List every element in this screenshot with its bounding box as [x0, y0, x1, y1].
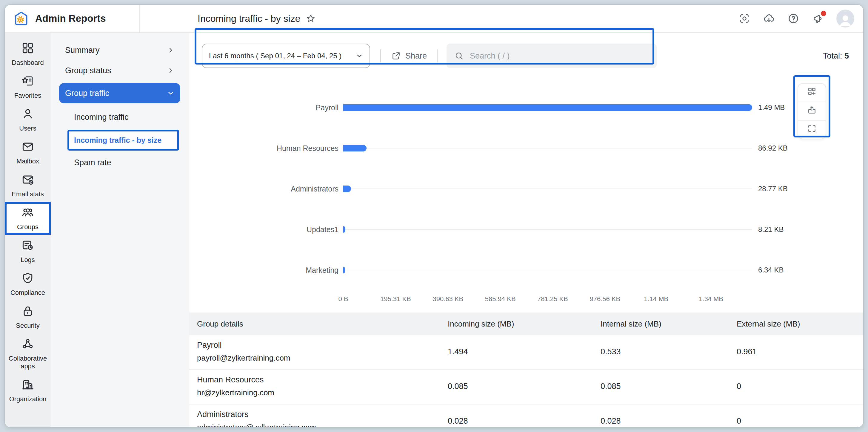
collaborative-apps-icon: [21, 337, 34, 353]
divider: [437, 49, 438, 62]
chart-bar-track: [343, 104, 752, 111]
rail-item-compliance[interactable]: Compliance: [5, 268, 51, 300]
security-icon: [21, 305, 34, 320]
chevron-right-icon: [167, 67, 174, 74]
filter-row: Last 6 months ( Sep 01, 24 – Feb 04, 25 …: [189, 33, 863, 68]
nav-item-group-traffic[interactable]: Group traffic: [59, 83, 180, 104]
page-title: Incoming traffic - by size: [197, 13, 300, 24]
star-outline-icon[interactable]: [306, 13, 316, 24]
chart-value-label: 1.49 MB: [758, 104, 785, 112]
users-icon: [21, 107, 34, 123]
organization-icon: [21, 378, 34, 394]
topbar-actions: [739, 9, 863, 28]
chart-x-axis: 0 B195.31 KB390.63 KB585.94 KB781.25 KB9…: [343, 295, 752, 306]
nav-item-group-status[interactable]: Group status: [59, 60, 180, 81]
rail-item-email-stats[interactable]: Email stats: [5, 169, 51, 202]
rail-item-security[interactable]: Security: [5, 300, 51, 334]
internal-size-cell: 0.085: [600, 382, 737, 391]
nav-item-label: Spam rate: [74, 158, 111, 167]
chart-toolbar: [798, 83, 826, 139]
share-button[interactable]: Share: [391, 51, 427, 61]
share-label: Share: [405, 51, 427, 61]
announcements-icon[interactable]: [812, 12, 824, 25]
rail-item-mailbox[interactable]: Mailbox: [5, 136, 51, 169]
nav-item-incoming-traffic-by-size[interactable]: Incoming traffic - by size: [67, 129, 179, 150]
add-widget-icon: [807, 86, 817, 99]
chart-category-label: Administrators: [189, 184, 339, 193]
user-avatar[interactable]: [836, 9, 854, 28]
module-rail: Dashboard Favorites Users Mailbox Email …: [5, 33, 51, 427]
rail-item-logs[interactable]: Logs: [5, 235, 51, 268]
table-body: Payroll payroll@zylkertraining.com 1.494…: [189, 335, 863, 427]
screenshot-icon[interactable]: [739, 12, 750, 25]
table-header-cell: Incoming size (MB): [448, 319, 600, 328]
fullscreen-button[interactable]: [798, 121, 826, 139]
nav-item-summary[interactable]: Summary: [59, 40, 180, 60]
divider: [380, 49, 381, 62]
rail-item-label: Mailbox: [17, 157, 39, 165]
x-axis-tick: 195.31 KB: [380, 295, 411, 303]
nav-item-incoming-traffic[interactable]: Incoming traffic: [59, 106, 180, 128]
chart-category-label: Payroll: [189, 104, 339, 112]
incoming-size-cell: 0.085: [448, 382, 600, 391]
internal-size-cell: 0.533: [600, 347, 737, 356]
rail-item-users[interactable]: Users: [5, 104, 51, 136]
chart-row-human-resources: Human Resources 86.92 KB: [189, 128, 863, 169]
logs-icon: [21, 239, 34, 254]
chart-bar: [343, 145, 367, 151]
chart-bar-track: [343, 226, 752, 233]
compliance-icon: [21, 271, 34, 287]
export-button[interactable]: [798, 102, 826, 121]
chart-value-label: 86.92 KB: [758, 144, 788, 152]
total-count: Total: 5: [823, 51, 849, 61]
table-header-cell: Group details: [189, 319, 448, 328]
favorites-icon: [21, 75, 34, 90]
external-size-cell: 0: [737, 382, 863, 391]
group-details-cell: Administrators administrators@zylkertrai…: [189, 410, 448, 427]
topbar: Admin Reports Incoming traffic - by size: [5, 5, 863, 33]
table-row-administrators[interactable]: Administrators administrators@zylkertrai…: [189, 404, 863, 427]
group-details-cell: Human Resources hr@zylkertraining.com: [189, 375, 448, 397]
nav-item-label: Group traffic: [65, 89, 109, 98]
dashboard-icon: [21, 41, 34, 57]
help-icon[interactable]: [787, 12, 799, 25]
x-axis-tick: 1.34 MB: [699, 295, 723, 303]
chevron-right-icon: [167, 47, 174, 54]
cloud-download-icon[interactable]: [763, 12, 775, 25]
screenshot-root: Admin Reports Incoming traffic - by size…: [0, 0, 868, 432]
table-row-payroll[interactable]: Payroll payroll@zylkertraining.com 1.494…: [189, 335, 863, 370]
chevron-down-icon: [356, 52, 363, 59]
rail-item-organization[interactable]: Organization: [5, 374, 51, 407]
search-input[interactable]: [470, 51, 649, 61]
rail-item-label: Organization: [9, 395, 46, 403]
table-header-cell: Internal size (MB): [600, 319, 737, 328]
chart-bar-track: [343, 267, 752, 273]
external-size-cell: 0: [737, 416, 863, 426]
date-range-dropdown[interactable]: Last 6 months ( Sep 01, 24 – Feb 04, 25 …: [202, 44, 370, 68]
nav-item-spam-rate[interactable]: Spam rate: [59, 151, 180, 174]
chart-bar: [343, 267, 345, 273]
rail-item-label: Logs: [21, 256, 35, 264]
group-name: Payroll: [197, 341, 448, 350]
rail-item-label: Users: [19, 124, 36, 132]
date-range-label: Last 6 months ( Sep 01, 24 – Feb 04, 25 …: [209, 52, 341, 60]
external-size-cell: 0.961: [737, 347, 863, 356]
incoming-size-cell: 0.028: [448, 416, 600, 426]
add-widget-button[interactable]: [798, 84, 826, 102]
admin-reports-logo-icon: [13, 10, 29, 27]
table-row-human-resources[interactable]: Human Resources hr@zylkertraining.com 0.…: [189, 370, 863, 404]
chart-bar: [343, 226, 345, 233]
rail-item-favorites[interactable]: Favorites: [5, 70, 51, 104]
rail-item-collaborative-apps[interactable]: Collaborative apps: [5, 334, 51, 374]
nav-item-label: Incoming traffic - by size: [74, 136, 161, 145]
rail-item-groups[interactable]: Groups: [5, 202, 51, 235]
rail-item-label: Dashboard: [12, 59, 44, 67]
chart-bar: [343, 185, 351, 192]
x-axis-tick: 390.63 KB: [433, 295, 463, 303]
search-box: [446, 44, 657, 68]
rail-item-dashboard[interactable]: Dashboard: [5, 38, 51, 70]
group-details-table: Group detailsIncoming size (MB)Internal …: [189, 313, 863, 427]
nav-item-label: Incoming traffic: [74, 113, 129, 122]
internal-size-cell: 0.028: [600, 416, 737, 426]
chart-row-administrators: Administrators 28.77 KB: [189, 169, 863, 209]
